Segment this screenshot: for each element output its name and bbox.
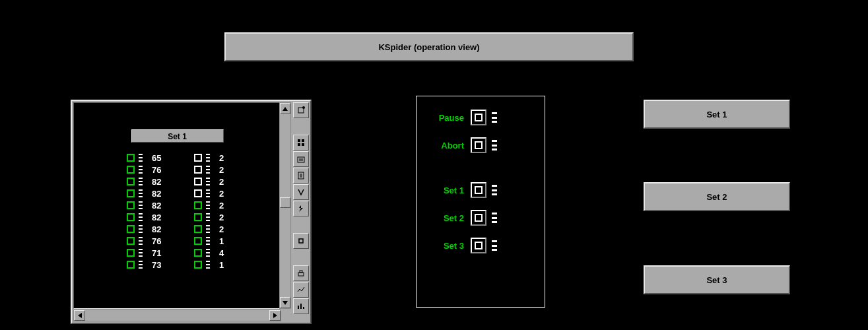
big-set2-label: Set 2 <box>706 192 727 202</box>
status-square-icon <box>127 201 135 209</box>
tick-marks-icon <box>206 225 210 233</box>
toolbar <box>293 102 309 321</box>
toolbar-button-9[interactable] <box>293 282 309 298</box>
table-row: 761 <box>127 235 281 247</box>
data-window: Set 1 652762822822822822822761714731 <box>71 100 312 324</box>
value-b: 4 <box>219 248 232 258</box>
status-square-icon <box>127 189 135 197</box>
ctrl-pause: Pause <box>424 108 537 127</box>
table-row: 822 <box>127 187 281 199</box>
ctrl-abort-state-box[interactable] <box>471 137 486 153</box>
tick-marks-icon <box>139 237 143 245</box>
big-set2-button[interactable]: Set 2 <box>644 182 790 211</box>
toolbar-button-2[interactable] <box>293 135 309 150</box>
toolbar-button-3[interactable] <box>293 151 309 167</box>
value-a: 76 <box>152 165 172 175</box>
status-square-icon <box>194 249 202 257</box>
table-row: 822 <box>127 223 281 235</box>
ctrl-set2: Set 2 <box>424 209 537 227</box>
toolbar-button-4[interactable] <box>293 168 309 183</box>
scroll-thumb-vertical[interactable] <box>280 197 290 208</box>
tick-marks-icon <box>206 237 210 245</box>
table-row: 822 <box>127 211 281 223</box>
scroll-up-button[interactable] <box>280 103 290 114</box>
status-square-icon <box>194 237 202 245</box>
horizontal-scrollbar[interactable] <box>73 310 281 321</box>
scroll-down-button[interactable] <box>280 297 290 308</box>
app-title: KSpider (operation view) <box>378 42 479 52</box>
status-square-icon <box>194 201 202 209</box>
square-icon <box>475 214 483 222</box>
value-b: 2 <box>219 224 232 234</box>
tick-marks-icon <box>206 166 210 174</box>
ctrl-set3-state-box[interactable] <box>471 238 486 253</box>
value-b: 2 <box>219 189 232 199</box>
toolbar-button-1[interactable] <box>293 102 309 118</box>
status-square-icon <box>127 225 135 233</box>
table-row: 714 <box>127 247 281 259</box>
status-square-icon <box>194 225 202 233</box>
tick-marks-icon <box>206 213 210 221</box>
scroll-track-horizontal[interactable] <box>85 310 269 321</box>
level-icon <box>492 112 497 123</box>
ctrl-set2-state-box[interactable] <box>471 210 486 226</box>
ctrl-set1-state-box[interactable] <box>471 182 486 198</box>
tick-marks-icon <box>206 249 210 257</box>
tick-marks-icon <box>139 213 143 221</box>
status-square-icon <box>127 166 135 174</box>
toolbar-button-10[interactable] <box>293 298 309 314</box>
tick-marks-icon <box>139 189 143 197</box>
level-icon <box>492 185 497 195</box>
value-a: 82 <box>152 201 172 211</box>
ctrl-abort: Abort <box>424 136 537 154</box>
ctrl-set3: Set 3 <box>424 236 537 255</box>
scroll-left-button[interactable] <box>74 310 85 321</box>
status-square-icon <box>194 261 202 269</box>
vertical-scrollbar[interactable] <box>279 102 291 309</box>
status-square-icon <box>127 237 135 245</box>
ctrl-set3-label: Set 3 <box>424 241 471 251</box>
ctrl-pause-state-box[interactable] <box>471 110 486 125</box>
big-set1-button[interactable]: Set 1 <box>644 100 790 129</box>
level-icon <box>492 140 497 150</box>
toolbar-button-7[interactable] <box>293 233 309 249</box>
big-set3-label: Set 3 <box>706 275 727 285</box>
value-a: 76 <box>152 236 172 246</box>
tick-marks-icon <box>206 189 210 197</box>
value-b: 1 <box>219 236 232 246</box>
status-square-icon <box>127 249 135 257</box>
tick-marks-icon <box>206 154 210 162</box>
value-a: 82 <box>152 189 172 199</box>
svg-rect-15 <box>300 271 302 273</box>
toolbar-button-6[interactable] <box>293 201 309 216</box>
value-a: 73 <box>152 260 172 270</box>
set-header: Set 1 <box>131 129 224 143</box>
tick-marks-icon <box>139 225 143 233</box>
square-icon <box>475 114 483 121</box>
status-square-icon <box>127 261 135 269</box>
big-set3-button[interactable]: Set 3 <box>644 265 790 294</box>
tick-marks-icon <box>206 178 210 185</box>
table-row: 762 <box>127 164 281 176</box>
ctrl-abort-label: Abort <box>424 141 471 150</box>
table-row: 822 <box>127 199 281 211</box>
tick-marks-icon <box>139 166 143 174</box>
ctrl-set2-label: Set 2 <box>424 213 471 223</box>
svg-rect-14 <box>298 273 304 276</box>
value-a: 82 <box>152 177 172 187</box>
data-window-inner: Set 1 652762822822822822822761714731 <box>73 102 309 321</box>
scroll-right-button[interactable] <box>269 310 281 321</box>
value-b: 2 <box>219 165 232 175</box>
value-b: 1 <box>219 260 232 270</box>
square-icon <box>475 186 483 194</box>
table-row: 731 <box>127 259 281 271</box>
square-icon <box>475 242 483 249</box>
svg-rect-13 <box>299 239 303 243</box>
status-square-icon <box>194 178 202 185</box>
toolbar-button-5[interactable] <box>293 184 309 200</box>
toolbar-button-8[interactable] <box>293 265 309 281</box>
svg-rect-2 <box>298 139 300 142</box>
scroll-track-vertical[interactable] <box>280 114 290 297</box>
status-square-icon <box>194 213 202 221</box>
svg-point-1 <box>302 106 305 109</box>
